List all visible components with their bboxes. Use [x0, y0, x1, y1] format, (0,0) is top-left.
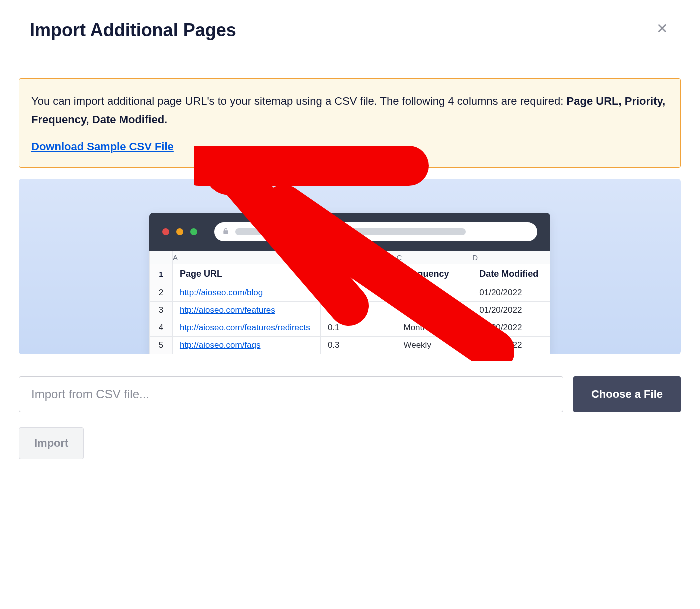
url-cell: htp://aioseo.com/features [172, 302, 320, 319]
table-row: 4 htp://aioseo.com/features/redirects 0.… [150, 319, 550, 336]
info-text: You can import additional page URL's to … [32, 92, 668, 130]
url-cell: htp://aioseo.com/faqs [172, 336, 320, 354]
header-cell: Date Modified [472, 264, 550, 284]
frequency-cell: Weekly [396, 336, 472, 354]
file-row: Import from CSV file... Choose a File [19, 376, 681, 412]
address-placeholder [236, 228, 466, 236]
row-num: 4 [150, 319, 173, 336]
info-box: You can import additional page URL's to … [19, 78, 681, 168]
close-icon[interactable]: ✕ [654, 20, 670, 38]
frequency-cell: Weekly [396, 302, 472, 319]
download-sample-link[interactable]: Download Sample CSV File [32, 140, 174, 154]
row-num: 2 [150, 284, 173, 302]
date-cell: 01/20/2022 [472, 284, 550, 302]
csv-file-input[interactable]: Import from CSV file... [19, 376, 564, 412]
csv-preview-panel: A B C D 1 Page URL Priority Frequency Da… [19, 179, 681, 354]
col-letter: B [320, 251, 396, 264]
header-row: 1 Page URL Priority Frequency Date Modif… [150, 264, 550, 284]
traffic-red-icon [162, 228, 170, 236]
lock-icon [222, 228, 230, 236]
window-chrome [150, 213, 550, 251]
row-num: 1 [150, 264, 173, 284]
row-num: 5 [150, 336, 173, 354]
frequency-cell: Weekly [396, 284, 472, 302]
url-cell: http://aioseo.com/blog [172, 284, 320, 302]
column-letters-row: A B C D [150, 251, 550, 264]
address-bar [214, 222, 538, 242]
modal-body: You can import additional page URL's to … [0, 56, 700, 460]
header-cell: Page URL [172, 264, 320, 284]
modal-header: Import Additional Pages ✕ [0, 0, 700, 56]
traffic-green-icon [190, 228, 198, 236]
date-cell: 01/20/2022 [472, 336, 550, 354]
date-cell: 01/20/2022 [472, 302, 550, 319]
table-row: 5 htp://aioseo.com/faqs 0.3 Weekly 01/20… [150, 336, 550, 354]
col-letter: D [472, 251, 550, 264]
url-cell: htp://aioseo.com/features/redirects [172, 319, 320, 336]
url-link[interactable]: http://aioseo.com/blog [180, 288, 263, 298]
traffic-yellow-icon [176, 228, 184, 236]
priority-cell: 0.1 [320, 302, 396, 319]
csv-sheet: A B C D 1 Page URL Priority Frequency Da… [150, 251, 550, 354]
frequency-cell: Monthly [396, 319, 472, 336]
col-letter: A [172, 251, 320, 264]
table-row: 3 htp://aioseo.com/features 0.1 Weekly 0… [150, 302, 550, 319]
date-cell: 01/20/2022 [472, 319, 550, 336]
priority-cell: 0.1 [320, 319, 396, 336]
priority-cell: 0.0 [320, 284, 396, 302]
url-link[interactable]: htp://aioseo.com/features [180, 306, 276, 315]
import-button[interactable]: Import [19, 428, 84, 460]
example-window: A B C D 1 Page URL Priority Frequency Da… [150, 213, 550, 354]
corner-cell [150, 251, 173, 264]
header-cell: Frequency [396, 264, 472, 284]
header-cell: Priority [320, 264, 396, 284]
modal-title: Import Additional Pages [30, 20, 236, 41]
info-pre: You can import additional page URL's to … [32, 95, 567, 108]
table-row: 2 http://aioseo.com/blog 0.0 Weekly 01/2… [150, 284, 550, 302]
choose-file-button[interactable]: Choose a File [574, 376, 681, 412]
col-letter: C [396, 251, 472, 264]
row-num: 3 [150, 302, 173, 319]
url-link[interactable]: htp://aioseo.com/features/redirects [180, 323, 310, 332]
priority-cell: 0.3 [320, 336, 396, 354]
url-link[interactable]: htp://aioseo.com/faqs [180, 340, 261, 350]
